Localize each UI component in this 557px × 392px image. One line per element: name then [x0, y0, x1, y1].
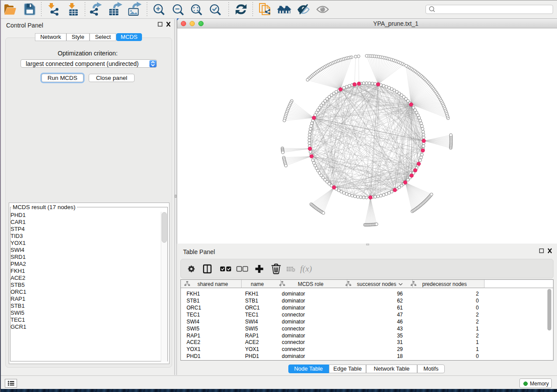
svg-text:f(x): f(x) — [300, 264, 312, 274]
